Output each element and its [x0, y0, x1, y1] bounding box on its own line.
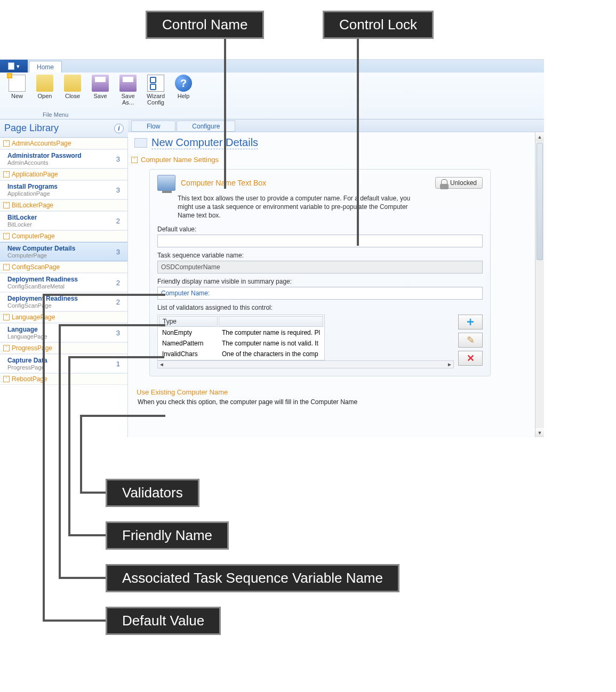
- new-button-label: New: [11, 93, 23, 99]
- save-as-button-label: Save As...: [115, 93, 141, 106]
- sidebar-group-progress[interactable]: ˄ProgressPage: [0, 342, 127, 354]
- callout-line: [80, 415, 82, 494]
- ribbon-toolbar: New Open Close Save Save As... Wizard Co…: [0, 73, 544, 119]
- sidebar-group-computer[interactable]: ˄ComputerPage: [0, 230, 127, 242]
- section-use-existing-computer-name[interactable]: Use Existing Computer Name: [128, 383, 544, 398]
- sidebar-item-admin-password[interactable]: Administrator PasswordAdminAccounts 3: [0, 149, 127, 168]
- callout-control-lock: Control Lock: [323, 11, 434, 39]
- sidebar-item-sub: ProgressPage: [7, 364, 47, 371]
- sidebar-group-reboot[interactable]: ˄RebootPage: [0, 373, 127, 385]
- table-row[interactable]: NamedPatternThe computer name is not val…: [159, 339, 323, 348]
- default-value-label: Default value:: [157, 226, 483, 233]
- floppy-pen-icon: [119, 75, 137, 92]
- friendly-name-label: Friendly display name visible in summary…: [157, 278, 483, 285]
- sidebar-list[interactable]: ˄AdminAccountsPage Administrator Passwor…: [0, 138, 128, 437]
- plus-icon: +: [467, 315, 474, 329]
- tsvar-label: Task sequence variable name:: [157, 252, 483, 259]
- callout-default-value: Default Value: [106, 607, 221, 635]
- sidebar-item-title: Deployment Readiness: [7, 276, 78, 283]
- app-window: ▾ Home New Open Close Save Save As... Wi…: [0, 59, 544, 437]
- tab-flow[interactable]: Flow: [131, 120, 175, 132]
- save-button[interactable]: Save: [87, 75, 113, 99]
- chevron-up-icon: ˄: [3, 202, 10, 208]
- sidebar: Page Library i ˄AdminAccountsPage Admini…: [0, 119, 128, 437]
- validator-desc: The computer name is not valid. It: [219, 339, 323, 348]
- validators-table[interactable]: Type NonEmptyThe computer name is requir…: [157, 315, 325, 360]
- new-button[interactable]: New: [4, 75, 30, 99]
- help-button[interactable]: ? Help: [171, 75, 196, 99]
- folder-open-icon: [36, 75, 53, 92]
- sidebar-item-sub: ApplicationPage: [7, 190, 58, 197]
- section-computer-name-settings[interactable]: ˄ Computer Name Settings: [128, 154, 544, 166]
- sidebar-item-install-programs[interactable]: Install ProgramsApplicationPage 3: [0, 180, 127, 199]
- lock-state-label: Unlocked: [450, 179, 477, 187]
- chevron-up-icon: ˄: [3, 314, 10, 320]
- folder-close-icon: [64, 75, 81, 92]
- default-value-input[interactable]: [157, 235, 483, 247]
- control-description: This text box allows the user to provide…: [178, 194, 423, 220]
- validators-col-desc[interactable]: [219, 316, 323, 327]
- validator-type: InvalidChars: [159, 349, 218, 359]
- info-icon[interactable]: i: [114, 124, 124, 133]
- floppy-icon: [92, 75, 109, 92]
- edit-validator-button[interactable]: ✎: [458, 333, 483, 348]
- sidebar-item-sub: AdminAccounts: [7, 159, 82, 166]
- tab-configure[interactable]: Configure: [177, 120, 235, 132]
- title-bar: ▾ Home: [0, 60, 544, 73]
- callout-line: [59, 324, 61, 579]
- sidebar-group-bitlocker[interactable]: ˄BitLockerPage: [0, 199, 127, 211]
- control-lock-button[interactable]: Unlocked: [435, 177, 483, 189]
- sidebar-header: Page Library i: [0, 119, 128, 138]
- sidebar-group-admin[interactable]: ˄AdminAccountsPage: [0, 138, 127, 149]
- validators-hscrollbar[interactable]: ◄►: [157, 360, 454, 368]
- scroll-up-icon[interactable]: ▲: [535, 132, 544, 141]
- add-validator-button[interactable]: +: [458, 315, 483, 329]
- main-content: Flow Configure New Computer Details ˄ Co…: [128, 119, 544, 437]
- validator-desc: The computer name is required. Pl: [219, 328, 323, 337]
- chevron-up-icon: ˄: [131, 157, 138, 163]
- validators-label: List of validators assigned to this cont…: [157, 304, 483, 311]
- sidebar-title: Page Library: [4, 123, 59, 134]
- ribbon-tab-home[interactable]: Home: [29, 61, 62, 73]
- delete-validator-button[interactable]: ✕: [458, 351, 483, 366]
- sidebar-group-language[interactable]: ˄LanguagePage: [0, 311, 127, 323]
- callout-line: [43, 294, 165, 296]
- callout-line: [80, 492, 106, 494]
- sidebar-item-sub: LanguagePage: [7, 333, 47, 340]
- sidebar-group-configscan[interactable]: ˄ConfigScanPage: [0, 261, 127, 273]
- sidebar-item-deployment-readiness-1[interactable]: Deployment ReadinessConfigScanBareMetal …: [0, 273, 127, 292]
- scroll-down-icon[interactable]: ▼: [535, 428, 544, 437]
- panel-header: Computer Name Text Box Unlocked: [157, 175, 483, 191]
- scroll-left-icon[interactable]: ◄: [159, 361, 164, 367]
- workspace: Page Library i ˄AdminAccountsPage Admini…: [0, 119, 544, 437]
- section2-description: When you check this option, the computer…: [128, 398, 544, 406]
- save-as-button[interactable]: Save As...: [115, 75, 141, 106]
- scroll-right-icon[interactable]: ►: [447, 361, 452, 367]
- chevron-up-icon: ˄: [3, 345, 10, 351]
- open-button[interactable]: Open: [32, 75, 58, 99]
- close-button[interactable]: Close: [60, 75, 85, 99]
- vertical-scrollbar[interactable]: ▲ ▼: [535, 132, 544, 437]
- callout-line: [224, 38, 226, 189]
- chevron-up-icon: ˄: [3, 376, 10, 382]
- callout-line: [68, 356, 164, 358]
- wizard-config-button[interactable]: Wizard Config: [143, 75, 169, 106]
- file-menu-button[interactable]: ▾: [0, 60, 28, 73]
- sidebar-item-new-computer-details[interactable]: New Computer DetailsComputerPage 3: [0, 242, 127, 261]
- table-row[interactable]: InvalidCharsOne of the characters in the…: [159, 349, 323, 359]
- callout-line: [357, 38, 359, 246]
- sidebar-item-badge: 1: [116, 360, 120, 368]
- sidebar-group-application[interactable]: ˄ApplicationPage: [0, 168, 127, 180]
- validators-col-type[interactable]: Type: [159, 316, 218, 327]
- sidebar-item-title: Install Programs: [7, 183, 58, 190]
- computer-icon: [157, 175, 175, 191]
- scrollbar-thumb[interactable]: [537, 143, 543, 260]
- friendly-name-input[interactable]: [157, 287, 483, 300]
- chevron-up-icon: ˄: [3, 264, 10, 270]
- lock-icon: [441, 179, 447, 187]
- validator-desc: One of the characters in the comp: [219, 349, 323, 359]
- table-row[interactable]: NonEmptyThe computer name is required. P…: [159, 328, 323, 337]
- save-button-label: Save: [93, 93, 107, 99]
- checklist-icon: [147, 75, 164, 92]
- sidebar-item-bitlocker[interactable]: BitLockerBitLocker 2: [0, 211, 127, 230]
